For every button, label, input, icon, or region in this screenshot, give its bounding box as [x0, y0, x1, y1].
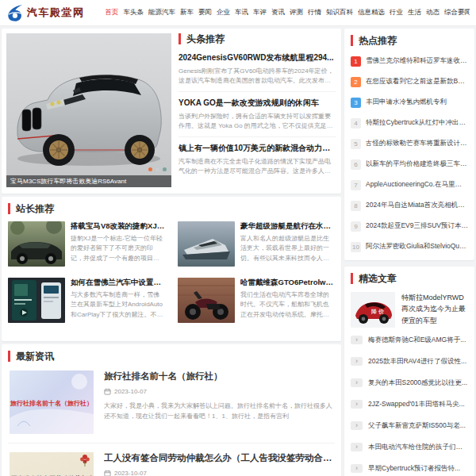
featured-article-item[interactable]: › 早期Cybertruck预订者报告特...	[351, 458, 468, 476]
carousel-dot[interactable]	[148, 167, 152, 171]
webmaster-item-body: 哈雷戴维森GTO6Petrolwire是电... 我们生活在电动汽车席卷全球的时…	[240, 278, 335, 323]
rank-badge: 1	[351, 56, 361, 67]
news-title[interactable]: 工人没有签合同劳动仲裁怎么办（工人告我没签劳动合同）	[104, 452, 333, 464]
webmaster-item-title[interactable]: 搭载宝马V8改装的捷豹XJ12并不...	[71, 221, 165, 232]
yacht-thumbnail	[178, 221, 235, 267]
hot-item[interactable]: 5 古怪的标致勒芒赛车将重新设计并配...	[351, 133, 468, 154]
hot-item[interactable]: 9 2024款起亚EV9三排SUV预订本月开放	[351, 216, 468, 236]
hot-item-title[interactable]: 特斯拉Cybertruck从红灯中冲出看起...	[366, 118, 468, 128]
featured-lead-article[interactable]: 降 价 特斯拉ModelYRWD再次成为迄今为止最便宜的车型	[351, 292, 468, 328]
nav-item-knowledge[interactable]: 知识百科	[326, 8, 353, 17]
carousel-dot[interactable]	[155, 167, 159, 171]
news-date: 2023-10-07	[114, 388, 147, 395]
hot-item-title[interactable]: 以新车的平均价格建造终极三车位车库	[366, 159, 468, 169]
featured-article-item[interactable]: › 父子飙车新雷克萨斯IS500与老...	[351, 415, 468, 436]
webmaster-item[interactable]: 豪华超级游艇是航行在水面上的... 富人和名人的超级游艇总是比生活更大，装载着世…	[178, 221, 335, 267]
nav-item-review[interactable]: 车评	[253, 8, 267, 17]
nav-item-pingce[interactable]: 评测	[290, 8, 303, 17]
news-item[interactable]: 旅行社排名前十名（旅行社） 旅行社排名前十名（旅行社） 2023-10-07 大…	[8, 362, 335, 443]
webmaster-item[interactable]: 搭载宝马V8改装的捷豹XJ12并不... 捷豹XJ是一个标志-它给一位年轻的爱好…	[8, 221, 165, 267]
nav-item-carinfo[interactable]: 车讯	[235, 8, 248, 17]
hot-item-title[interactable]: 2024款起亚EV9三排SUV预订本月开放	[366, 221, 468, 231]
hot-item[interactable]: 2 在您应该看到它之前这是新款BMW5系...	[351, 71, 468, 92]
featured-article-item[interactable]: › 梅赛德斯奔驰C和E级AMG将于...	[351, 329, 468, 351]
chevron-right-icon: ›	[351, 336, 363, 344]
sidebar: 热点推荐 1 雪佛兰克尔维特和科迈罗车迷收到更多... 2 在您应该看到它之前这…	[344, 29, 474, 476]
headline-title[interactable]: 镇上有一辆价值10万美元的新款混合动力保...	[178, 143, 336, 154]
headline-desc: 汽车制造商在不完全走电子化道路的情况下实现产品电气化的一种方法是尽可能混合产品阵…	[178, 157, 336, 177]
site-logo[interactable]: 汽车殿堂网	[6, 4, 85, 21]
hot-section-title: 热点推荐	[351, 35, 468, 46]
nav-item-market[interactable]: 行情	[308, 8, 321, 17]
news-title[interactable]: 旅行社排名前十名（旅行社）	[104, 370, 333, 382]
svg-text:降 价: 降 价	[371, 309, 385, 315]
webmaster-item-title[interactable]: 如何在雪佛兰汽车中设置Androi...	[71, 278, 165, 288]
rank-badge: 5	[351, 139, 361, 149]
rank-badge: 4	[351, 118, 361, 129]
featured-article-title[interactable]: 2JZ-Swapped'01丰田塔科马尖...	[368, 400, 465, 409]
nav-item-selected-info[interactable]: 信息精选	[358, 8, 385, 17]
hot-item-title[interactable]: 丰田申请水冷氢内燃机专利	[366, 98, 447, 107]
left-column: 宝马M3CS旅行车即将击败奥迪RS6Avant 头条推荐 2024Genesis…	[2, 29, 341, 476]
featured-section: 宝马M3CS旅行车即将击败奥迪RS6Avant 头条推荐 2024Genesis…	[2, 29, 341, 194]
headline-title[interactable]: YOKA GO是一款改变游戏规则的休闲车	[178, 98, 336, 109]
news-date-row: 2023-10-07	[104, 388, 333, 395]
carousel-caption[interactable]: 宝马M3CS旅行车即将击败奥迪RS6Avant	[6, 175, 171, 187]
headlines-section-title: 头条推荐	[178, 33, 336, 44]
webmaster-item[interactable]: 如何在雪佛兰汽车中设置Androi... 与大多数汽车制造商一样，雪佛兰在其最新…	[8, 278, 165, 323]
hot-item-title[interactable]: 在您应该看到它之前这是新款BMW5系...	[366, 77, 468, 86]
featured-article-title[interactable]: 本田电动汽车给住院的孩子们带...	[368, 443, 468, 452]
featured-article-title[interactable]: 复兴的本田S2000感觉比以往更...	[368, 378, 467, 388]
featured-article-item[interactable]: › 复兴的本田S2000感觉比以往更...	[351, 372, 468, 393]
harley-thumbnail	[178, 278, 235, 323]
headline-title[interactable]: 2024GenesisGV60RWD发布续航里程294...	[178, 52, 336, 63]
nav-item-dynamic[interactable]: 动态	[426, 8, 440, 17]
webmaster-item-title[interactable]: 豪华超级游艇是航行在水面上的...	[240, 221, 335, 232]
hot-item[interactable]: 1 雪佛兰克尔维特和科迈罗车迷收到更多...	[351, 51, 468, 71]
nav-item-enterprise[interactable]: 企业	[217, 8, 230, 17]
carousel-dot[interactable]	[163, 167, 167, 171]
featured-article-item[interactable]: › 2025款丰田RAV4进行了假设性...	[351, 351, 468, 372]
hot-item[interactable]: 6 以新车的平均价格建造终极三车位车库	[351, 154, 468, 175]
hot-item-title[interactable]: 2024年马自达Miata首次亮相机械升...	[366, 201, 468, 210]
webmaster-item-desc: 捷豹XJ是一个标志-它给一位年轻的爱好者留下了不可磨灭的印记，并促成了一个有趣的…	[71, 234, 165, 263]
headline-item[interactable]: 2024GenesisGV60RWD发布续航里程294... Genesis刚刚…	[178, 47, 336, 91]
news-item[interactable]: 工人没有签合同劳动仲裁怎么办（工 工人没有签合同劳动仲裁怎么办（工人告我没签劳动…	[8, 443, 335, 476]
hero-carousel[interactable]: 宝马M3CS旅行车即将击败奥迪RS6Avant	[6, 33, 171, 187]
nav-item-home[interactable]: 首页	[106, 8, 119, 17]
nav-item-zixun[interactable]: 资讯	[271, 8, 285, 17]
hot-item[interactable]: 3 丰田申请水冷氢内燃机专利	[351, 92, 468, 113]
headline-item[interactable]: YOKA GO是一款改变游戏规则的休闲车 当谈到户外探险时，拥有合适的车辆支持可…	[178, 91, 336, 136]
nav-item-life[interactable]: 生活	[408, 8, 421, 17]
hot-item-title[interactable]: 阿尔法罗密欧Giulia和StelvioQuadri...	[366, 242, 468, 251]
main-nav: 首页 车头条 能源汽车 新车 要闻 企业 车讯 车评 资讯 评测 行情 知识百科…	[106, 8, 470, 17]
nav-item-industry[interactable]: 行业	[390, 8, 403, 17]
nav-item-energy[interactable]: 能源汽车	[148, 8, 175, 17]
featured-article-title[interactable]: 梅赛德斯奔驰C和E级AMG将于...	[368, 336, 466, 345]
worker-news-thumbnail: 工人没有签合同劳动仲裁怎么办（工	[10, 452, 94, 476]
featured-article-title[interactable]: 2025款丰田RAV4进行了假设性...	[368, 357, 466, 367]
featured-lead-title[interactable]: 特斯拉ModelYRWD再次成为迄今为止最便宜的车型	[401, 292, 468, 328]
nav-item-cartoutiao[interactable]: 车头条	[124, 8, 144, 17]
webmaster-item[interactable]: 哈雷戴维森GTO6Petrolwire是电... 我们生活在电动汽车席卷全球的时…	[178, 278, 335, 323]
featured-article-title[interactable]: 早期Cybertruck预订者报告特...	[368, 464, 460, 474]
featured-article-item[interactable]: › 2JZ-Swapped'01丰田塔科马尖...	[351, 393, 468, 415]
featured-articles-section: 精选文章 降 价 特斯拉ModelYRWD再次成为迄今为止最便宜的车型 ›	[344, 267, 474, 476]
nav-item-general[interactable]: 综合要闻	[444, 8, 470, 17]
nav-item-newcar[interactable]: 新车	[180, 8, 194, 17]
hot-item[interactable]: 8 2024年马自达Miata首次亮相机械升...	[351, 195, 468, 216]
webmaster-item-title[interactable]: 哈雷戴维森GTO6Petrolwire是电...	[240, 278, 335, 288]
hot-item[interactable]: 4 特斯拉Cybertruck从红灯中冲出看起...	[351, 113, 468, 133]
chevron-right-icon: ›	[351, 378, 363, 387]
hot-item-title[interactable]: AppleAuctioneeringCo.在马里兰州...	[366, 180, 468, 190]
hot-item-title[interactable]: 雪佛兰克尔维特和科迈罗车迷收到更多...	[366, 56, 468, 66]
featured-article-item[interactable]: › 本田电动汽车给住院的孩子们带...	[351, 436, 468, 458]
hot-item[interactable]: 10 阿尔法罗密欧Giulia和StelvioQuadri...	[351, 236, 468, 257]
featured-article-title[interactable]: 父子飙车新雷克萨斯IS500与老...	[368, 421, 466, 431]
hot-item-title[interactable]: 古怪的标致勒芒赛车将重新设计并配...	[366, 139, 468, 148]
webmaster-item-body: 豪华超级游艇是航行在水面上的... 富人和名人的超级游艇总是比生活更大，装载着世…	[240, 221, 335, 267]
nav-item-news[interactable]: 要闻	[198, 8, 212, 17]
hot-item[interactable]: 7 AppleAuctioneeringCo.在马里兰州...	[351, 175, 468, 195]
headline-item[interactable]: 镇上有一辆价值10万美元的新款混合动力保... 汽车制造商在不完全走电子化道路的…	[178, 136, 336, 182]
calendar-icon	[104, 388, 111, 395]
